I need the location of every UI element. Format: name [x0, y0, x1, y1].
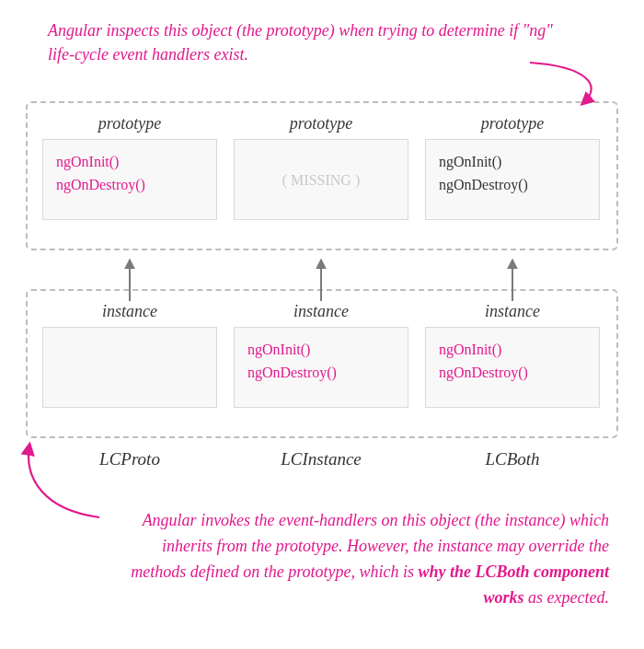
diagram-canvas: Angular inspects this object (the protot…	[0, 0, 644, 649]
proto-cell-lcinstance: prototype ( MISSING )	[234, 114, 408, 220]
instance-box-lcinstance: ngOnInit() ngOnDestroy()	[234, 327, 408, 408]
hook-ngondestroy: ngOnDestroy()	[439, 174, 586, 197]
instance-box-lcproto	[42, 327, 217, 408]
hook-ngoninit: ngOnInit()	[56, 151, 203, 174]
arrow-annotation-top	[530, 63, 592, 103]
proto-title: prototype	[425, 114, 600, 133]
column-label-lcinstance: LCInstance	[234, 449, 408, 469]
hook-ngoninit: ngOnInit()	[247, 339, 395, 362]
hook-ngondestroy: ngOnDestroy()	[247, 362, 395, 385]
instance-cell-lcboth: instance ngOnInit() ngOnDestroy()	[425, 302, 600, 408]
proto-title: prototype	[234, 114, 408, 133]
hook-ngondestroy: ngOnDestroy()	[56, 174, 203, 197]
proto-title: prototype	[42, 114, 217, 133]
hook-ngoninit: ngOnInit()	[439, 339, 586, 362]
instance-box-lcboth: ngOnInit() ngOnDestroy()	[425, 327, 600, 408]
annotation-bottom-post: as expected.	[524, 588, 609, 607]
instance-cell-lcinstance: instance ngOnInit() ngOnDestroy()	[234, 302, 408, 408]
proto-box-lcboth: ngOnInit() ngOnDestroy()	[425, 139, 600, 220]
column-label-lcboth: LCBoth	[425, 449, 600, 469]
annotation-top: Angular inspects this object (the protot…	[48, 18, 563, 66]
column-label-lcproto: LCProto	[42, 449, 217, 469]
hook-ngondestroy: ngOnDestroy()	[439, 362, 586, 385]
proto-cell-lcproto: prototype ngOnInit() ngOnDestroy()	[42, 114, 217, 220]
proto-box-lcinstance: ( MISSING )	[234, 139, 408, 220]
proto-box-lcproto: ngOnInit() ngOnDestroy()	[42, 139, 217, 220]
instance-title: instance	[234, 302, 408, 321]
hook-ngoninit: ngOnInit()	[439, 151, 586, 174]
proto-cell-lcboth: prototype ngOnInit() ngOnDestroy()	[425, 114, 600, 220]
instance-cell-lcproto: instance	[42, 302, 217, 408]
instance-title: instance	[42, 302, 217, 321]
annotation-bottom: Angular invokes the event-handlers on th…	[103, 508, 609, 611]
instance-title: instance	[425, 302, 600, 321]
missing-label: ( MISSING )	[247, 169, 395, 192]
